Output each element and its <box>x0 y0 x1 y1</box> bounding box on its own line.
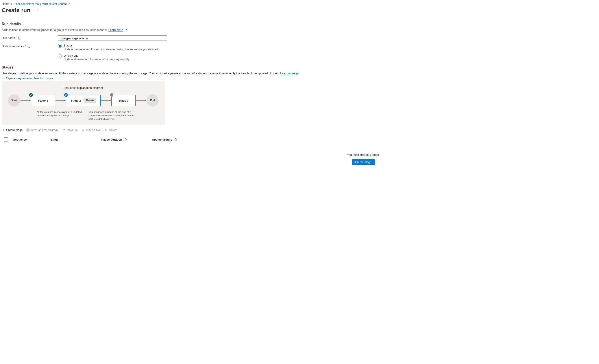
pending-circle-icon <box>110 93 114 97</box>
chevron-up-icon <box>2 77 4 80</box>
create-stage-button[interactable]: Create stage <box>2 128 22 132</box>
update-sequence-label: Update sequence* i <box>2 44 58 48</box>
trash-icon <box>105 128 108 132</box>
diagram-panel: Sequence explanation diagram Start Stage… <box>2 81 165 125</box>
chevron-right-icon: > <box>69 2 70 6</box>
arrow-icon <box>101 100 111 101</box>
run-name-input[interactable] <box>58 36 167 41</box>
save-strategy-button[interactable]: Save as new strategy <box>26 128 58 132</box>
check-circle-icon <box>29 93 33 97</box>
run-name-label: Run name* i <box>2 36 58 39</box>
stages-table: Sequence Stage Pause duration i Update g… <box>2 135 597 144</box>
radio-stages[interactable] <box>58 44 62 48</box>
learn-more-link[interactable]: Learn more <box>280 72 295 75</box>
create-stage-primary-button[interactable]: Create stage <box>352 159 375 165</box>
breadcrumb-home[interactable]: Home <box>2 2 9 6</box>
external-link-icon <box>296 72 299 75</box>
explore-diagram-toggle[interactable]: Explore sequence explanation diagram <box>2 77 597 80</box>
diagram-caption-2: You can insert a pause at the end of a s… <box>88 110 135 121</box>
info-icon[interactable]: i <box>124 138 127 141</box>
move-down-button[interactable]: Move down <box>82 128 101 132</box>
column-pause-duration[interactable]: Pause duration i <box>101 138 152 141</box>
column-stage[interactable]: Stage <box>51 138 101 141</box>
empty-state-message: You must include a stage. <box>347 153 380 156</box>
stages-toolbar: Create stage Save as new strategy Move u… <box>2 125 597 135</box>
diagram-caption-1: All the clusters in one stage are update… <box>36 110 87 121</box>
stages-desc-text: Use stages to define your update sequenc… <box>2 72 279 75</box>
stages-heading: Stages <box>2 65 597 69</box>
move-up-button[interactable]: Move up <box>62 128 78 132</box>
info-icon[interactable]: i <box>174 138 177 141</box>
diagram-stage-3: Stage 3 <box>111 95 136 106</box>
radio-stages-desc: Update the member clusters you selected … <box>64 48 159 51</box>
run-details-heading: Run details <box>2 22 597 26</box>
diagram-pause-chip: Pause <box>84 98 96 103</box>
more-actions-button[interactable]: ··· <box>34 8 38 12</box>
info-icon[interactable]: i <box>18 36 21 39</box>
radio-stages-title: Stages <box>64 44 159 47</box>
external-link-icon <box>124 29 127 31</box>
svg-rect-3 <box>27 129 29 131</box>
breadcrumb: Home > fleet-consistent-test | Multi-clu… <box>2 2 597 6</box>
arrow-icon <box>20 100 30 101</box>
chevron-right-icon: > <box>11 2 13 6</box>
delete-button[interactable]: Delete <box>105 128 117 132</box>
plus-icon <box>2 128 5 132</box>
diagram-stage-2: Stage 2 Pause <box>66 95 100 106</box>
svg-point-1 <box>64 93 68 97</box>
arrow-icon <box>55 100 65 101</box>
diagram-start-node: Start <box>8 94 20 107</box>
radio-one-by-one-desc: Update all member clusters one by one se… <box>64 58 130 61</box>
diagram-end-node: End <box>146 94 159 107</box>
stages-description: Use stages to define your update sequenc… <box>2 72 597 75</box>
save-icon <box>26 128 29 132</box>
run-details-description: A run is used to orchestrate upgrades fo… <box>2 28 597 32</box>
select-all-checkbox[interactable] <box>4 137 8 142</box>
info-icon[interactable]: i <box>27 45 30 48</box>
radio-one-by-one[interactable] <box>58 54 62 58</box>
run-details-desc-text: A run is used to orchestrate upgrades fo… <box>2 28 108 32</box>
radio-one-by-one-title: One by one <box>64 54 130 57</box>
sync-circle-icon <box>64 93 68 97</box>
arrow-down-icon <box>82 128 85 132</box>
column-sequence[interactable]: Sequence <box>13 138 51 141</box>
diagram-stage-1: Stage 1 <box>31 95 55 106</box>
svg-point-2 <box>110 93 114 97</box>
arrow-up-icon <box>62 128 65 132</box>
column-update-groups[interactable]: Update groups i <box>152 138 196 141</box>
svg-rect-4 <box>27 129 29 131</box>
breadcrumb-context[interactable]: fleet-consistent-test | Multi-cluster up… <box>15 2 67 6</box>
arrow-icon <box>136 100 146 101</box>
explore-toggle-label: Explore sequence explanation diagram <box>6 77 55 80</box>
learn-more-link[interactable]: Learn more <box>108 28 123 32</box>
page-title: Create run <box>2 7 30 14</box>
diagram-title: Sequence explanation diagram <box>63 86 159 89</box>
